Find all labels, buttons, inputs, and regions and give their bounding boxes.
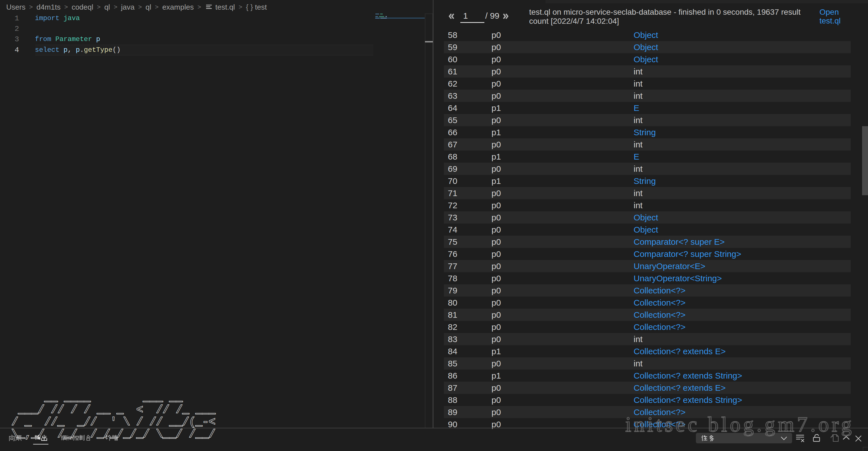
svg-text:initsec blog.gm7.org: initsec blog.gm7.org [625,413,855,436]
